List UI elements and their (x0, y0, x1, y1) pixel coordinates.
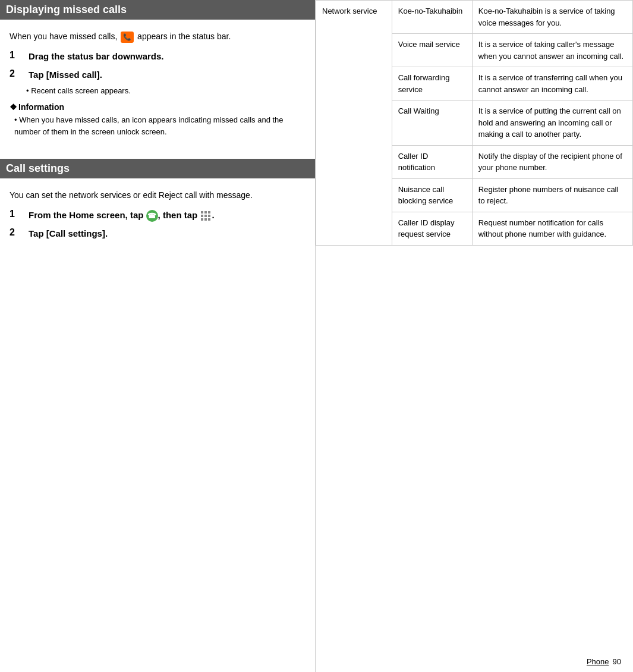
table-row: Network serviceKoe-no-TakuhaibinKoe-no-T… (316, 1, 633, 34)
info-text: When you have missed calls, an icon appe… (14, 114, 306, 137)
footer-link[interactable]: Phone (587, 657, 609, 666)
step1-1: 1 Drag the status bar downwards. (10, 50, 306, 64)
table-desc: Notify the display of the recipient phon… (472, 145, 632, 178)
step1-2-number: 2 (10, 68, 26, 79)
info-box: Information When you have missed calls, … (10, 102, 306, 137)
table-desc: It is a service of taking caller's messa… (472, 34, 632, 67)
section2-content: You can set the network services or edit… (0, 184, 315, 255)
table-service: Call Waiting (392, 101, 472, 146)
section1-content: When you have missed calls, 📞 appears in… (0, 26, 315, 147)
info-title: Information (10, 102, 306, 112)
phone-tap-icon: ☎ (146, 210, 158, 222)
table-desc: Koe-no-Takuhaibin is a service of taking… (472, 1, 632, 34)
missed-call-icon: 📞 (121, 32, 134, 43)
step1-2-sub: • Recent calls screen appears. (26, 86, 306, 95)
table-service: Caller ID notification (392, 145, 472, 178)
table-service: Koe-no-Takuhaibin (392, 1, 472, 34)
left-panel: Displaying missed calls When you have mi… (0, 0, 315, 672)
step2-1: 1 From the Home screen, tap ☎, then tap (10, 209, 306, 222)
step2-2: 2 Tap [Call settings]. (10, 227, 306, 241)
section2-header: Call settings (0, 159, 315, 178)
service-table: Network serviceKoe-no-TakuhaibinKoe-no-T… (316, 0, 633, 246)
table-desc: Request number notification for calls wi… (472, 212, 632, 245)
table-service: Nuisance call blocking service (392, 178, 472, 212)
table-service: Voice mail service (392, 34, 472, 67)
step1-1-text: Drag the status bar downwards. (29, 50, 164, 64)
section2-intro: You can set the network services or edit… (10, 189, 306, 202)
step2-2-number: 2 (10, 227, 26, 238)
step1-2: 2 Tap [Missed call]. (10, 68, 306, 82)
step1-1-number: 1 (10, 50, 26, 61)
grid-tap-icon (201, 211, 210, 221)
table-desc: Register phone numbers of nuisance call … (472, 178, 632, 212)
table-desc: It is a service of transferring call whe… (472, 67, 632, 101)
footer: Phone 90 (587, 657, 621, 666)
section1-intro: When you have missed calls, 📞 appears in… (10, 30, 306, 43)
right-panel: Network serviceKoe-no-TakuhaibinKoe-no-T… (315, 0, 633, 672)
step2-2-text: Tap [Call settings]. (29, 227, 108, 241)
step1-2-text: Tap [Missed call]. (29, 68, 102, 82)
table-desc: It is a service of putting the current c… (472, 101, 632, 146)
table-category: Network service (316, 1, 392, 246)
table-service: Caller ID display request service (392, 212, 472, 245)
step2-1-number: 1 (10, 209, 26, 219)
page-number: 90 (613, 657, 621, 666)
table-service: Call forwarding service (392, 67, 472, 101)
step2-1-text: From the Home screen, tap ☎, then tap . (29, 209, 215, 222)
section1-header: Displaying missed calls (0, 0, 315, 20)
